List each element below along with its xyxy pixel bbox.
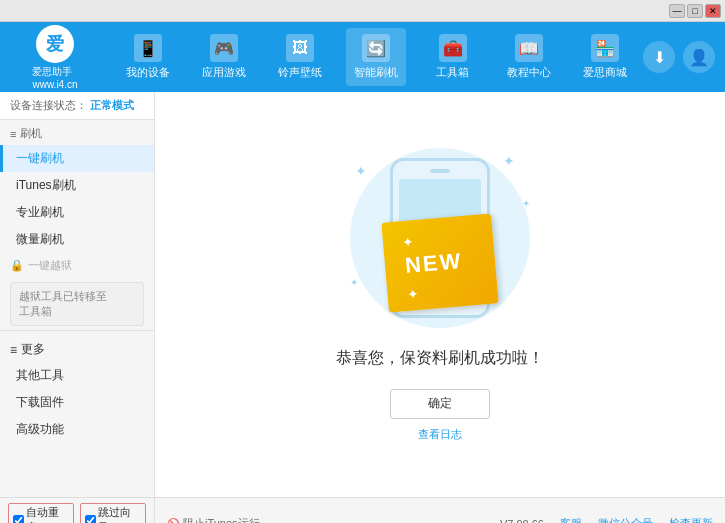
itunes-running-label: 阻止iTunes运行 xyxy=(183,516,260,523)
itunes-status: 🚫 阻止iTunes运行 xyxy=(167,516,260,523)
logo: 爱 爱思助手 www.i4.cn xyxy=(10,25,100,90)
sidebar-jailbreak-section: 🔒 一键越狱 xyxy=(0,253,154,278)
new-badge: NEW xyxy=(381,213,498,312)
content-area: ✦ ✦ ✦ ✦ NEW 恭喜您，保资料刷机成功啦！ 确定 查看日志 xyxy=(155,92,725,497)
sparkle-2: ✦ xyxy=(503,153,515,169)
sidebar-jailbreak-note: 越狱工具已转移至工具箱 xyxy=(10,282,144,326)
nav-bar: 📱 我的设备 🎮 应用游戏 🖼 铃声壁纸 🔄 智能刷机 🧰 工具箱 📖 教程中心… xyxy=(110,28,643,86)
sidebar-flash-section: ≡ 刷机 xyxy=(0,120,154,145)
toolbox-icon: 🧰 xyxy=(439,34,467,62)
bottom-links: V7.98.66 客服 微信公众号 检查更新 xyxy=(500,516,713,523)
nav-wallpaper[interactable]: 🖼 铃声壁纸 xyxy=(270,28,330,86)
sparkle-3: ✦ xyxy=(522,198,530,209)
logo-subtext: 爱思助手 www.i4.cn xyxy=(32,65,77,90)
tutorial-icon: 📖 xyxy=(515,34,543,62)
skip-guide-checkbox-container: 跳过向导 xyxy=(80,503,146,523)
sidebar-item-other-tools[interactable]: 其他工具 xyxy=(0,362,154,389)
phone-speaker xyxy=(430,169,450,173)
auto-reboot-checkbox[interactable] xyxy=(13,515,24,524)
sidebar-more-section: ≡ 更多 xyxy=(0,335,154,362)
confirm-button[interactable]: 确定 xyxy=(390,389,490,419)
wallpaper-icon: 🖼 xyxy=(286,34,314,62)
device-status: 设备连接状态： 正常模式 xyxy=(0,92,154,120)
auto-reboot-checkbox-container: 自动重启 xyxy=(8,503,74,523)
bottom-main: 🚫 阻止iTunes运行 V7.98.66 客服 微信公众号 检查更新 xyxy=(155,498,725,523)
main-layout: 设备连接状态： 正常模式 ≡ 刷机 一键刷机 iTunes刷机 专业刷机 微量刷… xyxy=(0,92,725,497)
maximize-button[interactable]: □ xyxy=(687,4,703,18)
header-actions: ⬇ 👤 xyxy=(643,41,715,73)
user-button[interactable]: 👤 xyxy=(683,41,715,73)
sidebar-item-one-click-flash[interactable]: 一键刷机 xyxy=(0,145,154,172)
bottom-panel: 自动重启 跳过向导 📱 iPhone 12 mini 64GB Down-12m… xyxy=(0,497,725,523)
sidebar-divider xyxy=(0,330,154,331)
logo-icon: 爱 xyxy=(36,25,74,63)
nav-fan-city[interactable]: 🏪 爱思商城 xyxy=(575,28,635,86)
sidebar-item-pro-flash[interactable]: 专业刷机 xyxy=(0,199,154,226)
smart-flash-icon: 🔄 xyxy=(362,34,390,62)
apps-games-icon: 🎮 xyxy=(210,34,238,62)
download-button[interactable]: ⬇ xyxy=(643,41,675,73)
log-link[interactable]: 查看日志 xyxy=(418,427,462,442)
version-label: V7.98.66 xyxy=(500,518,544,524)
sidebar-item-micro-flash[interactable]: 微量刷机 xyxy=(0,226,154,253)
close-button[interactable]: ✕ xyxy=(705,4,721,18)
itunes-icon: 🚫 xyxy=(167,518,179,523)
nav-tutorial[interactable]: 📖 教程中心 xyxy=(499,28,559,86)
success-illustration: ✦ ✦ ✦ ✦ NEW xyxy=(330,148,550,328)
wechat-link[interactable]: 微信公众号 xyxy=(598,516,653,523)
nav-smart-flash[interactable]: 🔄 智能刷机 xyxy=(346,28,406,86)
sidebar-item-advanced[interactable]: 高级功能 xyxy=(0,416,154,443)
sparkle-4: ✦ xyxy=(350,277,358,288)
fan-city-icon: 🏪 xyxy=(591,34,619,62)
nav-my-device[interactable]: 📱 我的设备 xyxy=(118,28,178,86)
sidebar-item-itunes-flash[interactable]: iTunes刷机 xyxy=(0,172,154,199)
header: 爱 爱思助手 www.i4.cn 📱 我的设备 🎮 应用游戏 🖼 铃声壁纸 🔄 … xyxy=(0,22,725,92)
skip-guide-checkbox[interactable] xyxy=(85,515,96,524)
sidebar: 设备连接状态： 正常模式 ≡ 刷机 一键刷机 iTunes刷机 专业刷机 微量刷… xyxy=(0,92,155,497)
checkbox-row: 自动重启 跳过向导 xyxy=(8,503,146,523)
minimize-button[interactable]: — xyxy=(669,4,685,18)
title-bar: — □ ✕ xyxy=(0,0,725,22)
my-device-icon: 📱 xyxy=(134,34,162,62)
auto-reboot-label: 自动重启 xyxy=(26,505,69,523)
success-message: 恭喜您，保资料刷机成功啦！ xyxy=(336,348,544,369)
sidebar-item-download-firmware[interactable]: 下载固件 xyxy=(0,389,154,416)
bottom-sidebar: 自动重启 跳过向导 📱 iPhone 12 mini 64GB Down-12m… xyxy=(0,498,155,523)
check-update-link[interactable]: 检查更新 xyxy=(669,516,713,523)
nav-apps-games[interactable]: 🎮 应用游戏 xyxy=(194,28,254,86)
nav-toolbox[interactable]: 🧰 工具箱 xyxy=(423,28,483,86)
sparkle-1: ✦ xyxy=(355,163,367,179)
support-link[interactable]: 客服 xyxy=(560,516,582,523)
skip-guide-label: 跳过向导 xyxy=(98,505,141,523)
